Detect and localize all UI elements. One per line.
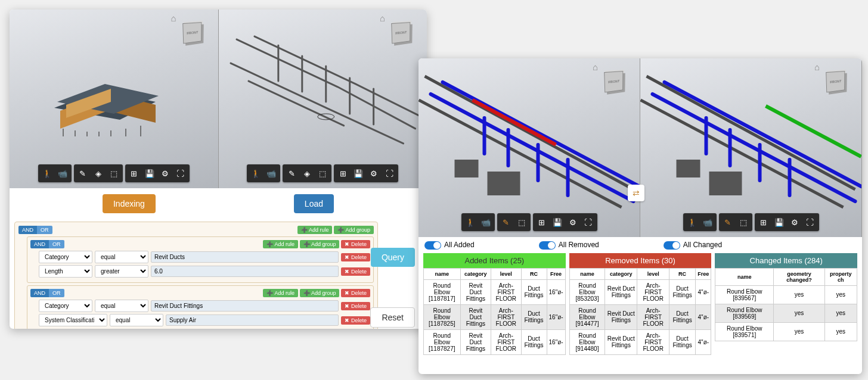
- table-row[interactable]: Round Elbow [914480]Revit Duct FittingsA…: [569, 329, 711, 354]
- col-rc[interactable]: RC: [521, 268, 547, 279]
- rule-group-2: AND OR ➕ Add rule ➕ Add group ✖ Delete C…: [27, 285, 374, 329]
- field-select[interactable]: System Classification: [39, 314, 107, 326]
- field-select[interactable]: Category: [39, 251, 92, 263]
- op-select[interactable]: equal: [110, 314, 163, 326]
- value-input[interactable]: 6.0: [151, 266, 339, 277]
- col-name[interactable]: name: [424, 268, 461, 279]
- table-row[interactable]: Round Elbow [839571]yesyes: [715, 322, 857, 341]
- gear-icon[interactable]: ⚙: [157, 166, 173, 181]
- toggle-all-added[interactable]: All Added: [424, 241, 475, 250]
- toggle-all-removed[interactable]: All Removed: [539, 241, 599, 250]
- field-select[interactable]: Length: [39, 265, 92, 278]
- rule-group-1: AND OR ➕ Add rule ➕ Add group ✖ Delete C…: [27, 236, 374, 283]
- or-button[interactable]: OR: [37, 226, 52, 234]
- table-row[interactable]: Round Elbow [1187817]Revit Duct Fittings…: [424, 279, 566, 304]
- delete-rule-button[interactable]: ✖ Delete: [341, 267, 370, 276]
- cube-icon[interactable]: ⬚: [736, 214, 751, 230]
- viewer-toolbar: 🚶📹 ✎⬚ ⊞💾⚙⛶: [461, 213, 597, 231]
- viewer-diff-right[interactable]: ⌂ FRONT 🚶📹 ✎⬚ ⊞💾⚙⛶: [640, 58, 862, 237]
- gear-icon[interactable]: ⚙: [565, 214, 581, 230]
- logic-toggle-root[interactable]: AND OR: [18, 226, 52, 234]
- logic-toggle-g1[interactable]: AND OR: [30, 240, 64, 248]
- op-select[interactable]: equal: [95, 251, 148, 263]
- edit-icon[interactable]: ✎: [75, 166, 91, 181]
- sync-icon[interactable]: ⇄: [628, 185, 644, 201]
- save-icon[interactable]: 💾: [142, 166, 157, 181]
- add-group-button[interactable]: ➕ Add group: [334, 226, 374, 234]
- field-select[interactable]: Category: [39, 300, 92, 312]
- rule-row: Category equal Revit Duct Fittings ✖ Del…: [39, 300, 370, 312]
- table-row[interactable]: Round Elbow [914477]Revit Duct FittingsA…: [569, 304, 711, 329]
- reset-button[interactable]: Reset: [370, 307, 415, 328]
- changed-header: Changed Items (284): [715, 253, 857, 268]
- gear-icon[interactable]: ⚙: [366, 166, 382, 181]
- walk-icon[interactable]: 🚶: [684, 214, 700, 230]
- load-button[interactable]: Load: [294, 194, 334, 213]
- camera-icon[interactable]: 📹: [264, 166, 279, 181]
- op-select[interactable]: greater: [95, 265, 148, 278]
- delete-rule-button[interactable]: ✖ Delete: [341, 302, 370, 310]
- camera-icon[interactable]: 📹: [55, 166, 70, 181]
- camera-icon[interactable]: 📹: [478, 214, 494, 230]
- tree-icon[interactable]: ⊞: [534, 214, 550, 230]
- camera-icon[interactable]: 📹: [700, 214, 715, 230]
- toggle-all-changed[interactable]: All Changed: [664, 241, 722, 250]
- cube-icon[interactable]: ⬚: [106, 166, 122, 181]
- value-input[interactable]: Revit Duct Fittings: [151, 300, 339, 312]
- save-icon[interactable]: 💾: [550, 214, 565, 230]
- cube-icon[interactable]: ⬚: [514, 214, 529, 230]
- viewer-row-back: ⌂ FRONT 🚶📹 ✎◈⬚ ⊞💾⚙⛶: [10, 10, 427, 188]
- query-button[interactable]: Query: [371, 248, 415, 267]
- viewer-diff-left[interactable]: ⌂ FRONT 🚶📹 ✎⬚ ⊞💾⚙⛶: [418, 58, 640, 237]
- edit-icon[interactable]: ✎: [498, 214, 514, 230]
- add-rule-button[interactable]: ➕ Add rule: [297, 226, 333, 234]
- col-category[interactable]: category: [460, 268, 491, 279]
- ducts-colored-left: [418, 58, 640, 237]
- save-icon[interactable]: 💾: [351, 166, 366, 181]
- tree-icon[interactable]: ⊞: [756, 214, 771, 230]
- expand-icon[interactable]: ⛶: [382, 166, 397, 181]
- filter-row: All Added All Removed All Changed: [418, 237, 862, 253]
- table-row[interactable]: Round Elbow [839569]yesyes: [715, 304, 857, 322]
- walk-icon[interactable]: 🚶: [463, 214, 478, 230]
- svg-rect-13: [488, 172, 520, 195]
- table-row[interactable]: Round Elbow [1187825]Revit Duct Fittings…: [424, 304, 566, 329]
- walk-icon[interactable]: 🚶: [248, 166, 264, 181]
- op-select[interactable]: equal: [95, 300, 148, 312]
- viewer-toolbar: 🚶📹 ✎⬚ ⊞💾⚙⛶: [683, 213, 819, 231]
- save-icon[interactable]: 💾: [771, 214, 787, 230]
- layers-icon[interactable]: ◈: [299, 166, 315, 181]
- ducts-colored-right: [640, 58, 861, 237]
- table-row[interactable]: Round Elbow [853203]Revit Duct FittingsA…: [569, 279, 711, 304]
- tables-row: Added Items (25) name category level RC …: [418, 253, 862, 355]
- and-button[interactable]: AND: [18, 226, 37, 234]
- value-input[interactable]: Revit Ducts: [151, 251, 339, 263]
- layers-icon[interactable]: ◈: [91, 166, 106, 181]
- expand-icon[interactable]: ⛶: [802, 214, 818, 230]
- delete-rule-button[interactable]: ✖ Delete: [341, 253, 370, 261]
- viewer-right-ducts[interactable]: ⌂ FRONT 🚶📹 ✎◈⬚ ⊞💾⚙⛶: [219, 10, 427, 188]
- cube-icon[interactable]: ⬚: [315, 166, 330, 181]
- walk-icon[interactable]: 🚶: [39, 166, 55, 181]
- table-row[interactable]: Round Elbow [839567]yesyes: [715, 285, 857, 304]
- viewcube-face: FRONT: [182, 22, 202, 43]
- delete-rule-button[interactable]: ✖ Delete: [341, 316, 370, 325]
- indexing-button[interactable]: Indexing: [103, 194, 156, 213]
- col-free[interactable]: Free: [547, 268, 565, 279]
- edit-icon[interactable]: ✎: [284, 166, 299, 181]
- front-panel: ⌂ FRONT 🚶📹 ✎⬚ ⊞💾⚙⛶ ⌂ FRONT: [418, 58, 862, 374]
- back-panel: ⌂ FRONT 🚶📹 ✎◈⬚ ⊞💾⚙⛶: [10, 10, 427, 329]
- tree-icon[interactable]: ⊞: [335, 166, 351, 181]
- table-row[interactable]: Round Elbow [1187827]Revit Duct Fittings…: [424, 329, 566, 354]
- expand-icon[interactable]: ⛶: [173, 166, 188, 181]
- gear-icon[interactable]: ⚙: [787, 214, 802, 230]
- viewcube-left[interactable]: FRONT: [182, 23, 212, 52]
- viewer-left-building[interactable]: ⌂ FRONT 🚶📹 ✎◈⬚ ⊞💾⚙⛶: [10, 10, 219, 188]
- col-level[interactable]: level: [491, 268, 521, 279]
- home-icon[interactable]: ⌂: [170, 13, 176, 23]
- edit-icon[interactable]: ✎: [720, 214, 736, 230]
- expand-icon[interactable]: ⛶: [581, 214, 596, 230]
- tree-icon[interactable]: ⊞: [126, 166, 142, 181]
- logic-toggle-g2[interactable]: AND OR: [30, 289, 64, 297]
- value-input[interactable]: Supply Air: [166, 314, 339, 326]
